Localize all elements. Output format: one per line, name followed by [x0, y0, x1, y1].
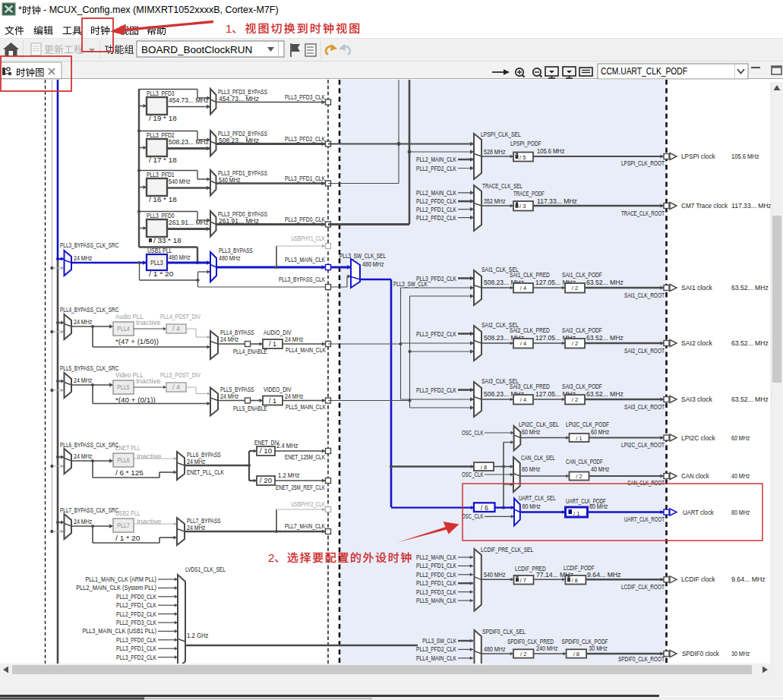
svg-text:/ 1 * 20: / 1 * 20	[115, 534, 140, 542]
svg-text:63.52... MHz: 63.52... MHz	[586, 334, 624, 342]
svg-text:PLL4_MAIN_CLK: PLL4_MAIN_CLK	[286, 346, 326, 354]
svg-text:24 MHz: 24 MHz	[187, 524, 206, 531]
svg-text:PLL2_PFD1_CLK: PLL2_PFD1_CLK	[416, 206, 456, 213]
svg-text:USBPHY1_CLK: USBPHY1_CLK	[291, 235, 325, 242]
svg-text:540 MHz: 540 MHz	[169, 178, 191, 185]
svg-text:540 MHz: 540 MHz	[219, 176, 241, 184]
svg-text:PLL2_PFD0_CLK: PLL2_PFD0_CLK	[116, 593, 156, 601]
svg-text:PLL2_PFD1_CLK: PLL2_PFD1_CLK	[116, 601, 156, 609]
svg-text:CAN_CLK_SEL: CAN_CLK_SEL	[521, 454, 555, 462]
svg-text:PLL7_MAIN_CLK: PLL7_MAIN_CLK	[285, 522, 325, 530]
svg-text:SAI1_CLK_PRED: SAI1_CLK_PRED	[510, 271, 550, 279]
svg-text:PLL3_PFD0: PLL3_PFD0	[147, 212, 175, 219]
svg-text:PLL3_PFD0_CLK: PLL3_PFD0_CLK	[285, 216, 325, 223]
svg-text:40 MHz: 40 MHz	[591, 465, 610, 473]
svg-text:UART_CLK_SEL: UART_CLK_SEL	[519, 494, 556, 502]
svg-text:PLL2_PFD0_CLK: PLL2_PFD0_CLK	[416, 571, 456, 579]
svg-text:480 MHz: 480 MHz	[484, 645, 506, 653]
svg-text:PLL2_MAIN_CLK: PLL2_MAIN_CLK	[416, 156, 456, 163]
svg-text:24 MHz: 24 MHz	[285, 336, 304, 343]
svg-text:/ 6 * 125: / 6 * 125	[115, 469, 144, 477]
svg-text:63.52... MHz: 63.52... MHz	[731, 396, 769, 403]
svg-text:PLL5: PLL5	[117, 383, 129, 391]
svg-text:9.64... MHz: 9.64... MHz	[587, 571, 621, 579]
svg-text:SAI3 clock: SAI3 clock	[681, 396, 712, 403]
svg-text:24 MHz: 24 MHz	[74, 254, 93, 262]
svg-text:SAI2_CLK_ROOT: SAI2_CLK_ROOT	[624, 347, 665, 355]
svg-text:PLL7_BYPASS_CLK_SRC: PLL7_BYPASS_CLK_SRC	[60, 506, 119, 514]
svg-text:LPSPI clock: LPSPI clock	[681, 153, 715, 160]
svg-text:/ 8: / 8	[481, 464, 487, 471]
svg-text:PLL4_MAIN_CLK: PLL4_MAIN_CLK	[416, 654, 456, 662]
svg-text:UART clock: UART clock	[683, 509, 714, 516]
svg-text:480 MHz: 480 MHz	[219, 254, 241, 262]
svg-text:SAI3_CLK_ROOT: SAI3_CLK_ROOT	[624, 403, 665, 411]
svg-text:PLL4_ENABLE: PLL4_ENABLE	[233, 348, 267, 355]
svg-text:1: 1	[226, 22, 232, 35]
svg-text:PLL4: PLL4	[117, 325, 129, 333]
svg-text:PLL3_PFD3: PLL3_PFD3	[147, 90, 175, 97]
svg-text:SAI1_CLK_ROOT: SAI1_CLK_ROOT	[624, 292, 665, 299]
svg-text:LPI2C_CLK_ROOT: LPI2C_CLK_ROOT	[621, 441, 665, 449]
svg-text:/ 8: / 8	[571, 577, 577, 584]
svg-text:PLL6: PLL6	[117, 456, 129, 464]
svg-text:1.2 MHz: 1.2 MHz	[278, 471, 300, 479]
svg-text:/ 6: / 6	[481, 504, 488, 512]
svg-text:PLL3_PFD3_CLK: PLL3_PFD3_CLK	[416, 588, 456, 596]
svg-text:40 MHz: 40 MHz	[731, 472, 750, 480]
svg-text:PLL5_ENABLE: PLL5_ENABLE	[233, 405, 267, 412]
svg-text:/ 10: / 10	[260, 447, 272, 455]
svg-text:63.52... MHz: 63.52... MHz	[586, 279, 624, 286]
svg-text:PLL2_MAIN_CLK: PLL2_MAIN_CLK	[416, 189, 456, 197]
svg-text:LPSPI_CLK_ROOT: LPSPI_CLK_ROOT	[621, 159, 665, 167]
svg-text:63.52... MHz: 63.52... MHz	[586, 390, 624, 398]
svg-text:PLL3_BYPASS_CLK: PLL3_BYPASS_CLK	[279, 276, 325, 283]
svg-text:/ 4: / 4	[172, 325, 180, 333]
svg-text:SAI3_CLK_PRED: SAI3_CLK_PRED	[510, 383, 550, 390]
svg-text:USBPHY2_CLK: USBPHY2_CLK	[291, 500, 325, 508]
svg-text:PLL5_MAIN_CLK: PLL5_MAIN_CLK	[286, 403, 326, 411]
svg-text:PLL6_BYPASS_CLK_SRC: PLL6_BYPASS_CLK_SRC	[60, 441, 119, 449]
svg-text:OSC_CLK: OSC_CLK	[462, 471, 484, 478]
svg-text:/ 16 * 18: / 16 * 18	[149, 196, 177, 203]
svg-text:OSC_CLK: OSC_CLK	[462, 512, 484, 520]
svg-text:PLL3_BYPASS_CLK_SRC: PLL3_BYPASS_CLK_SRC	[60, 241, 119, 249]
svg-text:SAI3_CLK_PODF: SAI3_CLK_PODF	[562, 383, 602, 390]
svg-text:PLL3_PFD2_CLK: PLL3_PFD2_CLK	[416, 386, 456, 394]
svg-text:PLL3_PFD2_CLK: PLL3_PFD2_CLK	[416, 275, 456, 282]
svg-text:ENET_125M_CLK: ENET_125M_CLK	[285, 453, 325, 461]
svg-text:PLL3_MAIN_CLK (USB1 PLL): PLL3_MAIN_CLK (USB1 PLL)	[82, 627, 156, 635]
svg-text:105.6 MHz: 105.6 MHz	[537, 147, 565, 155]
svg-text:SAI1 clock: SAI1 clock	[681, 284, 712, 292]
svg-text:PLL2_PFD0_CLK: PLL2_PFD0_CLK	[416, 197, 456, 205]
svg-text:- MCUX_Config.mex (MIMXRT1052x: - MCUX_Config.mex (MIMXRT1052xxxxB, Cort…	[43, 5, 279, 15]
svg-text:LPI2C_CLK_PODF: LPI2C_CLK_PODF	[566, 421, 609, 428]
svg-text:*: *	[18, 5, 22, 15]
svg-text:LVDS1_CLK_SEL: LVDS1_CLK_SEL	[185, 566, 226, 573]
svg-text:*(40 + (0/1)): *(40 + (0/1))	[115, 396, 156, 404]
svg-text:PLL2_PFD2_CLK: PLL2_PFD2_CLK	[116, 610, 156, 618]
svg-text:454.73... MHz: 454.73... MHz	[219, 95, 259, 102]
svg-text:PLL3_PFD1_CLK: PLL3_PFD1_CLK	[116, 645, 156, 652]
svg-text:/ 19 * 18: / 19 * 18	[149, 115, 177, 122]
svg-text:ENET_25M_REF_CLK: ENET_25M_REF_CLK	[276, 484, 325, 491]
svg-text:/ 4: / 4	[520, 396, 526, 403]
svg-text:24 MHz: 24 MHz	[285, 393, 304, 400]
svg-text:LCDIF_CLK_ROOT: LCDIF_CLK_ROOT	[621, 583, 665, 591]
svg-text:117.33... MHz: 117.33... MHz	[731, 202, 772, 210]
svg-text:PLL7: PLL7	[117, 522, 129, 529]
svg-text:480 MHz: 480 MHz	[362, 260, 384, 268]
svg-text:SPDIF0_CLK_ROOT: SPDIF0_CLK_ROOT	[618, 655, 665, 663]
svg-text:/ 1: / 1	[573, 510, 579, 517]
svg-text:/ 1: / 1	[269, 340, 276, 348]
svg-text:540 MHz: 540 MHz	[484, 571, 506, 579]
svg-text:80 MHz: 80 MHz	[522, 465, 541, 473]
svg-text:60 MHz: 60 MHz	[522, 428, 541, 436]
svg-text:CAN_CLK_PODF: CAN_CLK_PODF	[566, 458, 603, 465]
svg-text:24 MHz: 24 MHz	[220, 336, 239, 343]
svg-text:*(47 + (1/50)): *(47 + (1/50))	[115, 338, 159, 345]
svg-text:LPSPI_PODF: LPSPI_PODF	[510, 140, 541, 147]
svg-text:PLL4_POST_DIV: PLL4_POST_DIV	[160, 313, 200, 320]
svg-text:/ 1 * 20: / 1 * 20	[149, 270, 174, 278]
svg-text:LPI2C clock: LPI2C clock	[681, 434, 715, 442]
